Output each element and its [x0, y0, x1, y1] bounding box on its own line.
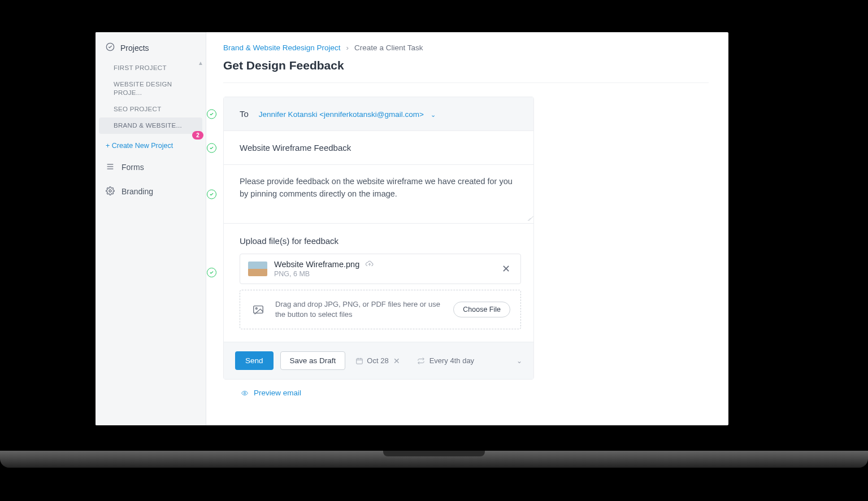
sidebar-item-seo[interactable]: SEO PROJECT: [96, 101, 206, 117]
eye-icon: [240, 390, 249, 397]
upload-title: Upload file(s) for feedback: [240, 236, 521, 246]
save-draft-button[interactable]: Save as Draft: [280, 351, 346, 370]
svg-rect-7: [357, 359, 363, 364]
svg-point-11: [244, 392, 246, 394]
branding-label: Branding: [121, 187, 153, 196]
sidebar-item-brand-website[interactable]: BRAND & WEBSITE... 2: [99, 117, 202, 134]
to-label: To: [240, 109, 249, 119]
calendar-icon: [355, 357, 363, 365]
status-check-icon: [207, 189, 216, 199]
repeat-icon: [417, 357, 425, 365]
svg-rect-5: [254, 306, 263, 313]
divider: [223, 82, 709, 83]
laptop-shadow: [0, 468, 868, 489]
gear-icon: [106, 186, 115, 197]
forms-label: Forms: [121, 163, 144, 172]
check-circle-icon: [106, 42, 115, 53]
sidebar: Projects ▲ FIRST PROJECT WEBSITE DESIGN …: [96, 32, 206, 425]
preview-email-label: Preview email: [254, 389, 301, 397]
file-dropzone[interactable]: Drag and drop JPG, PNG, or PDF files her…: [240, 290, 521, 329]
notification-badge: 2: [192, 131, 203, 140]
chevron-right-icon: ›: [346, 43, 349, 52]
repeat-value: Every 4th day: [429, 356, 475, 365]
to-row: To Jennifer Kotanski <jenniferkotanski@g…: [224, 97, 533, 131]
status-check-icon: [207, 109, 216, 119]
image-icon: [250, 303, 266, 316]
breadcrumb: Brand & Website Redesign Project › Creat…: [223, 43, 709, 52]
chevron-down-icon: ⌄: [517, 357, 522, 365]
resize-handle-icon[interactable]: [526, 215, 531, 221]
svg-point-4: [109, 190, 111, 192]
status-check-icon: [207, 268, 216, 277]
subject-row: Website Wireframe Feedback: [224, 131, 533, 165]
sidebar-item-website-design[interactable]: WEBSITE DESIGN PROJE...: [96, 76, 206, 101]
uploaded-file: Website Wireframe.png PNG, 6 MB ✕: [240, 254, 521, 284]
breadcrumb-parent[interactable]: Brand & Website Redesign Project: [223, 43, 341, 52]
action-bar: Send Save as Draft Oct 28 ✕ Every 4th da…: [224, 342, 533, 379]
due-date-value: Oct 28: [367, 356, 388, 365]
recipient-chip[interactable]: Jennifer Kotanski <jenniferkotanski@gmai…: [259, 110, 424, 119]
breadcrumb-current: Create a Client Task: [354, 43, 423, 52]
laptop-notch: [383, 451, 485, 456]
sidebar-item-first-project[interactable]: FIRST PROJECT: [96, 60, 206, 76]
list-icon: [106, 162, 115, 173]
laptop-base: [0, 451, 868, 468]
main-content: Brand & Website Redesign Project › Creat…: [206, 32, 728, 425]
clear-date-button[interactable]: ✕: [393, 356, 400, 365]
sidebar-header-label: Projects: [120, 43, 149, 53]
send-button[interactable]: Send: [235, 351, 274, 370]
upload-section: Upload file(s) for feedback Website Wire…: [224, 224, 533, 342]
project-list: ▲ FIRST PROJECT WEBSITE DESIGN PROJE... …: [96, 58, 206, 136]
chevron-down-icon[interactable]: ⌄: [431, 111, 436, 118]
dropzone-text: Drag and drop JPG, PNG, or PDF files her…: [275, 299, 444, 320]
repeat-selector[interactable]: Every 4th day ⌄: [417, 356, 522, 365]
body-row: Please provide feedback on the website w…: [224, 165, 533, 224]
sidebar-item-label: BRAND & WEBSITE...: [114, 122, 182, 129]
cloud-upload-icon: [365, 260, 374, 269]
sidebar-nav-forms[interactable]: Forms: [96, 155, 206, 180]
file-name: Website Wireframe.png: [274, 260, 359, 269]
due-date-picker[interactable]: Oct 28 ✕: [355, 356, 400, 365]
task-form: To Jennifer Kotanski <jenniferkotanski@g…: [223, 97, 534, 380]
subject-input[interactable]: Website Wireframe Feedback: [240, 143, 351, 153]
file-meta: PNG, 6 MB: [274, 270, 493, 278]
body-textarea[interactable]: Please provide feedback on the website w…: [240, 175, 521, 201]
svg-point-6: [255, 308, 257, 310]
app-window: Projects ▲ FIRST PROJECT WEBSITE DESIGN …: [96, 32, 728, 425]
status-check-icon: [207, 143, 216, 153]
sidebar-section-projects[interactable]: Projects: [96, 38, 206, 58]
preview-email-link[interactable]: Preview email: [223, 389, 709, 397]
remove-file-button[interactable]: ✕: [500, 260, 513, 277]
create-new-project-link[interactable]: + Create New Project: [96, 136, 206, 155]
file-thumbnail: [248, 262, 267, 276]
choose-file-button[interactable]: Choose File: [453, 302, 510, 317]
page-title: Get Design Feedback: [223, 59, 709, 72]
sidebar-nav-branding[interactable]: Branding: [96, 180, 206, 204]
